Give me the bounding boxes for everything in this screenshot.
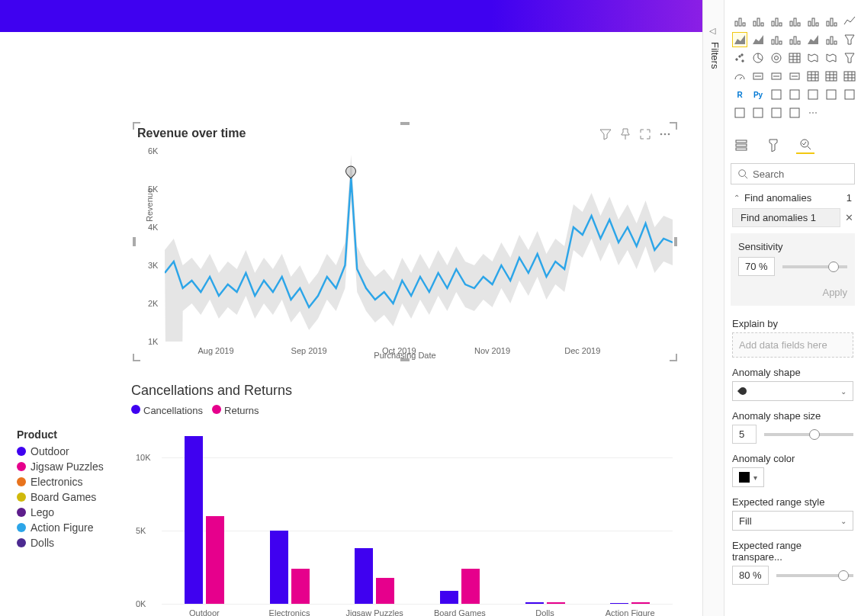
viz-type-qna[interactable]	[805, 87, 821, 102]
slicer-item-electronics[interactable]: Electronics	[17, 476, 124, 488]
viz-type-line-clustered[interactable]	[787, 32, 802, 47]
viz-type-line-column[interactable]	[769, 32, 784, 47]
explain-by-field-well[interactable]: Add data fields here	[732, 332, 853, 358]
slicer-item-actionfigure[interactable]: Action Figure	[17, 521, 124, 534]
search-input[interactable]: Search	[731, 163, 855, 184]
legend-item-returns[interactable]: Returns	[212, 405, 259, 416]
viz-type-clustered-bar-h[interactable]	[769, 14, 784, 29]
bar-cancellations[interactable]	[610, 603, 628, 604]
viz-type-more[interactable]: ⋯	[805, 105, 821, 120]
bar-returns[interactable]	[206, 516, 224, 604]
bar-returns[interactable]	[461, 569, 480, 604]
resize-handle[interactable]	[674, 237, 677, 246]
anomaly-color-picker[interactable]: ▾	[732, 467, 764, 487]
viz-type-stacked-bar-h[interactable]	[732, 14, 747, 29]
tab-fields[interactable]	[732, 136, 750, 154]
viz-type-matrix[interactable]	[842, 69, 857, 84]
filters-pane-collapsed[interactable]: ◁ Filters	[702, 0, 724, 616]
viz-type-paginated[interactable]	[842, 87, 857, 102]
viz-type-table[interactable]	[824, 69, 839, 84]
viz-type-line[interactable]	[842, 14, 857, 29]
expected-range-style-dropdown[interactable]: Fill ⌄	[732, 511, 853, 531]
viz-type-py-visual[interactable]: Py	[750, 87, 766, 102]
resize-handle[interactable]	[670, 354, 677, 361]
slicer-title: Product	[17, 428, 124, 441]
bar-cancellations[interactable]	[185, 436, 203, 604]
expected-transparency-input[interactable]: 80 %	[732, 566, 769, 585]
sensitivity-value-input[interactable]: 70 %	[738, 257, 775, 276]
viz-type-card[interactable]	[750, 69, 766, 84]
sensitivity-slider[interactable]	[782, 265, 847, 268]
tab-analytics[interactable]	[796, 136, 814, 154]
viz-type-funnel2[interactable]	[842, 50, 857, 66]
viz-type-kpi[interactable]	[787, 69, 802, 84]
filter-icon[interactable]	[599, 128, 612, 140]
bar-cancellations[interactable]	[525, 602, 544, 604]
bar-returns[interactable]	[547, 602, 565, 604]
viz-type-key-influencers[interactable]	[769, 87, 784, 102]
viz-type-slicer[interactable]	[805, 69, 821, 84]
viz-type-get-more[interactable]	[787, 105, 802, 120]
viz-type-powerapps[interactable]	[750, 105, 766, 120]
anomaly-size-slider[interactable]	[764, 433, 853, 436]
viz-type-waterfall[interactable]	[824, 32, 839, 47]
focus-mode-icon[interactable]	[639, 128, 651, 140]
remove-chip-icon[interactable]: ✕	[845, 212, 853, 223]
anomaly-instance-chip[interactable]: Find anomalies 1	[732, 208, 840, 227]
y-tick: 2K	[148, 299, 158, 308]
x-tick: Aug 2019	[198, 346, 233, 355]
viz-type-donut[interactable]	[769, 50, 784, 66]
resize-handle[interactable]	[133, 237, 136, 246]
visual-revenue-over-time[interactable]: Revenue over time Revenue 1K2K3K4K5K6K A…	[134, 124, 676, 360]
viz-type-stacked-area[interactable]	[750, 32, 766, 47]
pin-icon[interactable]	[619, 128, 631, 140]
svg-point-35	[772, 53, 781, 63]
bar-cancellations[interactable]	[440, 591, 458, 604]
resize-handle[interactable]	[133, 122, 140, 130]
viz-type-scatter[interactable]	[732, 50, 747, 66]
viz-type-100pct-bar-v[interactable]	[824, 14, 839, 29]
slicer-item-lego[interactable]: Lego	[17, 506, 124, 518]
slicer-product[interactable]: Product Outdoor Jigsaw Puzzles Electroni…	[17, 428, 124, 552]
legend-item-cancellations[interactable]: Cancellations	[131, 405, 203, 416]
viz-type-automate[interactable]	[769, 105, 784, 120]
visual-cancellations-returns[interactable]: Cancellations and Returns Cancellations …	[131, 383, 676, 616]
slicer-item-outdoor[interactable]: Outdoor	[17, 445, 124, 457]
viz-type-100pct-bar-h[interactable]	[805, 14, 821, 29]
expander-find-anomalies[interactable]: ⌃Find anomalies 1	[724, 189, 861, 207]
anomaly-shape-dropdown[interactable]: ⌄	[732, 381, 853, 401]
bar-cancellations[interactable]	[270, 531, 288, 604]
viz-type-arcgis[interactable]	[732, 105, 747, 120]
viz-type-map[interactable]	[805, 50, 821, 66]
bar-cancellations[interactable]	[355, 548, 373, 604]
slicer-item-dolls[interactable]: Dolls	[17, 537, 124, 549]
expand-icon[interactable]: ◁	[709, 26, 715, 36]
slicer-item-boardgames[interactable]: Board Games	[17, 491, 124, 503]
viz-type-clustered-bar-v[interactable]	[787, 14, 802, 29]
viz-type-area[interactable]	[732, 32, 747, 47]
bar-returns[interactable]	[631, 602, 650, 604]
expected-transparency-slider[interactable]	[776, 574, 853, 577]
viz-type-treemap[interactable]	[787, 50, 802, 66]
viz-type-stacked-bar-v[interactable]	[750, 14, 766, 29]
slicer-item-jigsaw[interactable]: Jigsaw Puzzles	[17, 460, 124, 473]
more-options-icon[interactable]	[659, 128, 671, 140]
tab-format[interactable]	[764, 136, 782, 154]
viz-type-ribbon[interactable]	[805, 32, 821, 47]
svg-rect-11	[779, 23, 782, 26]
viz-type-filled-map[interactable]	[824, 50, 839, 66]
viz-type-narrative[interactable]	[824, 87, 839, 102]
apply-button[interactable]: Apply	[822, 287, 847, 298]
viz-type-decomp-tree[interactable]	[787, 87, 802, 102]
anomaly-size-input[interactable]: 5	[732, 425, 757, 444]
resize-handle[interactable]	[400, 122, 410, 125]
resize-handle[interactable]	[133, 354, 140, 361]
viz-type-funnel[interactable]	[842, 32, 857, 47]
viz-type-multi-card[interactable]	[769, 69, 784, 84]
viz-type-r-visual[interactable]: R	[732, 87, 747, 102]
bar-returns[interactable]	[291, 569, 310, 604]
viz-type-pie[interactable]	[750, 50, 766, 66]
bar-returns[interactable]	[376, 578, 394, 605]
svg-rect-9	[772, 21, 774, 26]
viz-type-gauge[interactable]	[732, 69, 747, 84]
